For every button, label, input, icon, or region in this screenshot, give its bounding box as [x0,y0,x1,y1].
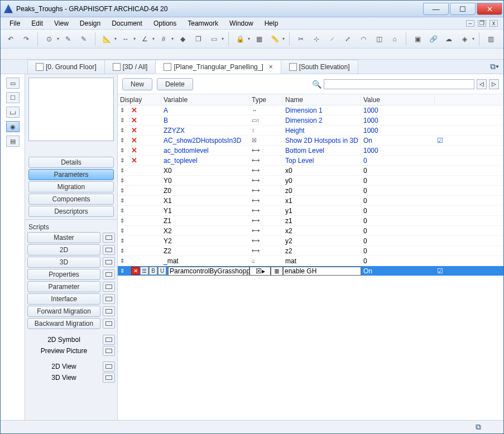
panel-icon[interactable]: ▥ [484,32,497,46]
copy-icon[interactable]: ❐ [191,32,205,46]
type-cell[interactable]: ☒ [249,137,283,143]
table-row[interactable]: ⇕_mat⌂mat0 [118,256,503,266]
value-cell[interactable]: 0 [361,227,435,235]
table-row[interactable]: ⇕Z1⟷z10 [118,216,503,226]
rail-box-icon[interactable]: ☐ [6,92,20,103]
tab-ground-floor[interactable]: [0. Ground Floor] [27,60,105,74]
value-cell[interactable]: 0 [361,157,435,165]
menu-view[interactable]: View [49,18,74,28]
ruler2-icon[interactable]: 📏 [268,32,281,46]
btn-2d[interactable]: 2D [27,244,100,255]
reorder-icon[interactable]: ⇕ [118,238,129,244]
ruler-icon[interactable]: 📐 [100,32,113,46]
btn-migration[interactable]: Migration [28,181,114,192]
open-script-icon[interactable] [103,269,115,279]
hide-icon[interactable]: ✕ [129,146,140,155]
table-row[interactable]: ⇕Z2⟷z20 [118,246,503,256]
variable-input[interactable]: ParamcontrolByGrasshopper [168,267,249,276]
layer-icon[interactable]: ◆ [176,32,189,46]
reorder-icon[interactable]: ⇕ [118,137,129,143]
mdi-close-icon[interactable]: x [489,20,498,27]
type-cell[interactable]: ↔ [249,107,283,113]
extend-icon[interactable]: ⟋ [325,32,339,46]
type2-input[interactable]: ≣ [271,267,283,276]
value-cell[interactable]: 0 [361,177,435,185]
type-cell[interactable]: ⟷ [249,187,283,194]
table-row[interactable]: ⇕X0⟷x00 [118,166,503,176]
open-script-icon[interactable] [103,319,115,329]
menu-file[interactable]: File [4,18,26,28]
reorder-icon[interactable]: ⇕ [118,147,129,153]
trim-icon[interactable]: ⊹ [310,32,323,46]
value-cell[interactable]: 1000 [361,127,435,134]
rail-section-icon[interactable]: ⌴ [6,107,20,118]
lock-icon[interactable]: 🔒 [233,32,247,46]
btn-2d-view[interactable]: 2D View [27,363,100,370]
rail-2d-icon[interactable]: ▭ [6,78,20,89]
search-prev-icon[interactable]: ◁ [477,79,487,89]
name-input[interactable]: enable GH [283,267,361,276]
table-row[interactable]: ⇕✕B▭↕Dimension 21000 [118,115,503,126]
undo-icon[interactable]: ↶ [4,32,17,46]
menu-design[interactable]: Design [74,18,106,28]
table-row[interactable]: ⇕✕A↔Dimension 11000 [118,105,503,115]
reorder-icon[interactable]: ⇕ [118,218,129,224]
btn-3d[interactable]: 3D [27,257,100,268]
value-cell[interactable]: 0 [361,197,435,205]
table-row[interactable]: ⇕✕ZZYZX↕Height1000 [118,126,503,136]
reorder-icon[interactable]: ⇕ [118,187,129,194]
btn-2d-symbol[interactable]: 2D Symbol [27,336,100,344]
tab-3d-all[interactable]: [3D / All] [104,60,156,74]
open-script-icon[interactable] [103,361,115,372]
reorder-icon[interactable]: ⇕ [118,167,129,173]
value-cell[interactable]: On [361,267,435,275]
value-cell[interactable]: 1000 [361,147,435,155]
hide-icon[interactable]: ✕ [129,156,140,165]
value-cell[interactable]: 0 [361,187,435,195]
btn-parameters[interactable]: Parameters [28,169,114,180]
type-cell[interactable]: ⟷ [249,218,283,224]
open-script-icon[interactable] [103,294,115,304]
value-cell[interactable]: 0 [361,167,435,175]
paste-icon[interactable]: ▭ [207,32,220,46]
open-script-icon[interactable] [103,373,115,383]
type-cell[interactable]: ⌂ [249,258,283,264]
maximize-button[interactable]: ☐ [450,3,476,15]
pick-icon[interactable]: ⊙ [42,32,56,46]
grid-icon[interactable]: # [157,32,170,46]
hide-icon[interactable]: ✕ [129,126,140,134]
hide-icon[interactable]: ✕ [129,136,140,144]
btn-components[interactable]: Components [28,194,114,205]
minimize-button[interactable]: — [423,3,449,15]
btn-3d-view[interactable]: 3D View [27,374,100,382]
menu-document[interactable]: Document [106,18,148,28]
open-script-icon[interactable] [103,282,115,292]
table-row-selected[interactable]: ⇕✕☰BUParamcontrolByGrasshopper☒▸≣enable … [118,266,503,276]
new-button[interactable]: New [122,78,152,90]
value-cell[interactable]: 0 [361,237,435,245]
open-script-icon[interactable] [103,257,115,267]
reorder-icon[interactable]: ⇕ [118,157,129,163]
btn-preview-picture[interactable]: Preview Picture [27,347,100,355]
checkbox-icon[interactable]: ☑ [435,267,468,275]
reorder-icon[interactable]: ⇕ [118,127,129,133]
type-cell[interactable]: ⟷ [249,228,283,234]
wand2-icon[interactable]: ✎ [77,32,90,46]
btn-fwd-migration[interactable]: Forward Migration [27,306,100,317]
value-cell[interactable]: 0 [361,217,435,225]
offset-icon[interactable]: ◫ [372,32,386,46]
open-script-icon[interactable] [103,306,115,316]
menu-options[interactable]: Options [148,18,182,28]
reorder-icon[interactable]: ⇕ [118,208,129,214]
link-icon[interactable]: 🔗 [426,32,440,46]
type-cell[interactable]: ▭↕ [249,117,283,123]
tab-overview-icon[interactable]: ⧉▾ [486,60,503,74]
row-flags[interactable]: ✕☰BU [129,267,168,275]
status-icon[interactable]: ⧉ [476,422,481,432]
tab-plane-triangular[interactable]: [Plane_Triangular_Panelling_] × [155,60,281,74]
table-row[interactable]: ⇕Y0⟷y00 [118,176,503,186]
type-input[interactable]: ☒▸ [249,267,271,276]
mdi-restore-icon[interactable]: ❐ [478,20,486,27]
reorder-icon[interactable]: ⇕ [118,248,129,254]
menu-teamwork[interactable]: Teamwork [182,18,224,28]
